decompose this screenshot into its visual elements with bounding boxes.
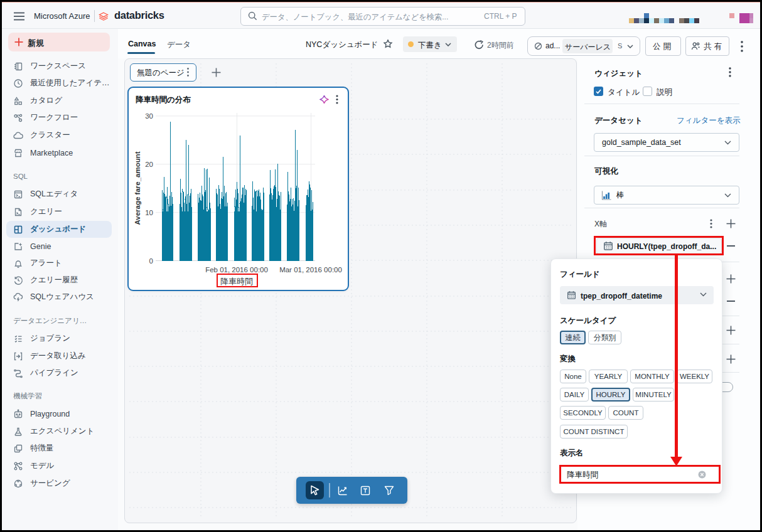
svg-text:30: 30 <box>145 112 153 120</box>
svg-text:0: 0 <box>149 257 153 265</box>
svg-text:Average fare_amount: Average fare_amount <box>134 151 141 225</box>
svg-text:Mar 01, 2016 00:00: Mar 01, 2016 00:00 <box>279 266 342 274</box>
svg-text:Feb 01, 2016 00:00: Feb 01, 2016 00:00 <box>205 266 268 274</box>
svg-text:20: 20 <box>145 161 153 168</box>
svg-text:10: 10 <box>145 209 153 216</box>
